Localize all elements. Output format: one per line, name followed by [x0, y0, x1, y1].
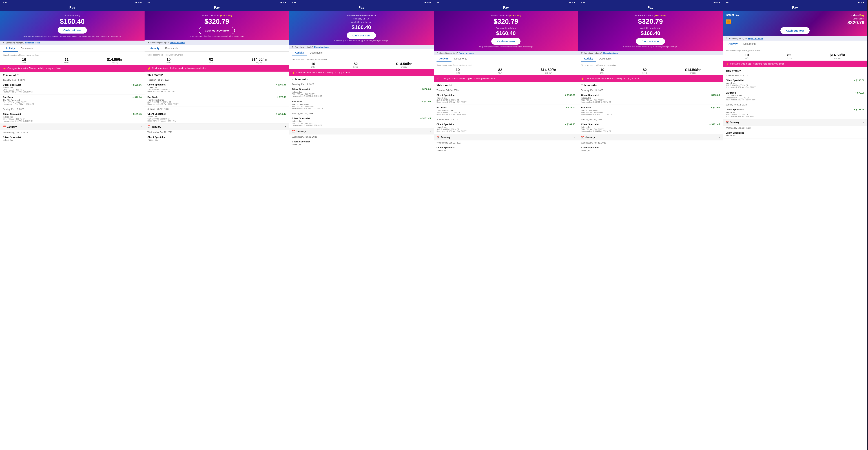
big-amount: $320.79	[437, 18, 575, 25]
tab-documents[interactable]: Documents	[452, 55, 470, 62]
cash-out-button[interactable]: Cash out now	[636, 38, 665, 45]
flag-icon: ⚑	[581, 52, 583, 54]
pay-header: Earned this week (Sun - Sat)$320.79Avail…	[578, 11, 723, 51]
tab-activity[interactable]: Activity	[292, 50, 307, 56]
stat-number: 82	[787, 53, 792, 57]
signal-icon: ▪▪▪	[714, 1, 715, 3]
january-row[interactable]: 📅 January ▾	[0, 124, 145, 130]
shift-title: Client Specialist	[581, 123, 708, 126]
since-label: Since becoming a Flexer, you've worked:	[292, 58, 431, 60]
january-text: January	[7, 125, 17, 128]
report-link[interactable]: Report an issue	[25, 42, 40, 44]
jan-shift-item: Client Specialist Indeed, Inc.	[0, 134, 145, 143]
cash-out-button[interactable]: Cash out 50% now	[199, 27, 235, 34]
shift-info: Client Specialist Indeed, Inc. Shift: 7:…	[581, 94, 708, 103]
battery-icon: ▰	[285, 1, 286, 3]
wifi-icon: ≋	[138, 1, 140, 3]
shift-schedule: Shift: 7:00 AM - 3:00 PM CT	[725, 114, 852, 116]
january-row[interactable]: 📅 January ▾	[434, 134, 578, 141]
avail-label: Available to withdraw	[293, 21, 430, 24]
shift-title: Client Specialist	[725, 108, 852, 111]
status-icons: ▪▪▪ ≋ ▰	[714, 1, 720, 3]
activity-section: This month*Tuesday, Feb 14, 2023 Client …	[578, 82, 723, 450]
shift-amount: + $72.00	[276, 96, 286, 98]
jan-shift-item: Client Specialist Indeed, Inc.	[434, 145, 578, 153]
shift-schedule: Shift: 7:00 AM - 3:00 PM CT	[436, 128, 563, 130]
report-text: Something not right?	[584, 52, 602, 54]
tab-activity[interactable]: Activity	[3, 45, 18, 52]
shift-item: Client Specialist Indeed, Inc. Shift: 7:…	[578, 92, 723, 105]
earned-label: Earned this week (Sun - Sat)	[582, 14, 719, 17]
cash-out-button[interactable]: Cash out now	[58, 27, 87, 33]
chip-icon	[725, 20, 732, 24]
cash-out-button[interactable]: Cash out now	[347, 32, 376, 39]
report-link[interactable]: Report an issue	[748, 37, 763, 39]
jan-shift-info: Client Specialist Indeed, Inc.	[148, 136, 285, 141]
tab-documents[interactable]: Documents	[741, 40, 759, 47]
tab-activity[interactable]: Activity	[725, 40, 741, 47]
signal-icon: ▪▪▪	[858, 1, 860, 3]
shift-amount: + $72.00	[709, 106, 720, 109]
shift-company: The Old Fashioned	[292, 103, 420, 106]
shift-title: Bar Back	[292, 100, 420, 103]
shift-amount: + $160.66	[419, 88, 431, 90]
tab-activity[interactable]: Activity	[581, 55, 596, 62]
phone-2: 9:41 ▪▪▪ ≋ ▰ PayEarned this week (Sun - …	[145, 0, 289, 450]
january-row[interactable]: 📅 January ▾	[145, 123, 289, 130]
report-link[interactable]: Report an issue	[459, 52, 474, 54]
shift-amount: + $72.00	[420, 100, 431, 103]
shift-hours: Hours worked: 6:58 AM - 3:01 PM CT	[3, 91, 130, 93]
january-row[interactable]: 📅 January ▾	[289, 128, 434, 134]
report-bar: ⚑ Something not right? Report an issue	[723, 36, 867, 40]
stat-label: hours	[353, 66, 358, 68]
avail-amount: $160.40	[437, 30, 575, 36]
cash-out-button[interactable]: Cash out now	[780, 27, 810, 34]
cash-out-button[interactable]: Cash out now	[491, 38, 521, 45]
january-row[interactable]: 📅 January ▾	[578, 134, 723, 141]
january-row[interactable]: 📅 January ▾	[723, 119, 867, 126]
jan-shift-title: Client Specialist	[292, 140, 429, 143]
tabs-bar: ActivityDocuments	[289, 50, 434, 56]
tab-documents[interactable]: Documents	[162, 45, 181, 51]
pay-header: Earned this week: $320.79(February 12 - …	[289, 11, 434, 45]
flag-icon: ⚑	[148, 41, 149, 44]
stat-number: $14.50/hr	[540, 68, 556, 72]
lightning-icon: ⚡	[436, 77, 440, 80]
report-link[interactable]: Report an issue	[603, 52, 618, 54]
big-amount: $160.40	[4, 18, 141, 25]
since-label: Since becoming a Flexer, you've worked:	[725, 50, 864, 52]
shift-schedule: Shift: 5:00 PM - 11:00 PM CT	[3, 101, 131, 103]
wifi-icon: ≋	[572, 1, 573, 3]
shift-item: Bar Back The Old Fashioned Shift: 5:00 P…	[289, 99, 434, 111]
tab-documents[interactable]: Documents	[307, 50, 326, 56]
stat-item: 10 shifts	[311, 62, 315, 68]
stat-number: 10	[600, 68, 604, 72]
avail-label: Available to withdraw	[582, 27, 719, 29]
jan-date-row: Wednesday, Jan 22, 2023	[289, 134, 434, 139]
stat-number: 10	[745, 53, 749, 57]
card-balance-label: Card balance	[847, 18, 864, 20]
shift-amount: + $161.45	[419, 117, 431, 120]
shift-title: Client Specialist	[148, 113, 274, 115]
tab-documents[interactable]: Documents	[18, 45, 36, 52]
activity-section: This month*Tuesday, Feb 14, 2023 Client …	[145, 71, 289, 450]
stat-number: $14.50/hr	[107, 58, 123, 62]
calendar-icon: 📅	[436, 136, 440, 139]
shift-company: The Old Fashioned	[581, 109, 709, 112]
header-bar: Pay	[145, 5, 289, 11]
january-label: 📅 January	[292, 130, 306, 133]
shift-hours: Hours worked: 5:01 PM - 11:00 PM CT	[436, 114, 565, 116]
stat-item: $14.50/hr avg pay	[685, 68, 701, 74]
tab-documents[interactable]: Documents	[596, 55, 615, 62]
lightning-icon: ⚡	[581, 77, 584, 80]
month-header: This month*	[578, 82, 723, 88]
tab-activity[interactable]: Activity	[148, 45, 162, 51]
shift-info: Bar Back The Old Fashioned Shift: 5:00 P…	[292, 100, 420, 110]
tab-activity[interactable]: Activity	[436, 55, 452, 62]
report-link[interactable]: Report an issue	[170, 41, 185, 43]
shift-amount: + $161.45	[852, 108, 864, 111]
shift-info: Client Specialist Indeed, Inc. Shift: 7:…	[148, 113, 274, 122]
january-label: 📅 January	[436, 136, 451, 139]
report-link[interactable]: Report an issue	[314, 46, 329, 48]
shift-company: The Old Fashioned	[148, 99, 276, 101]
